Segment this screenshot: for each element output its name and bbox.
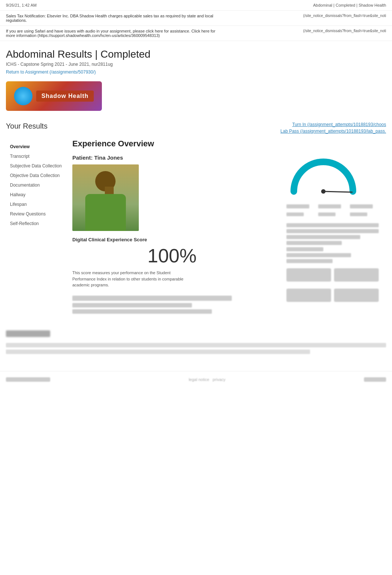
blurred-heading	[6, 330, 50, 337]
gauge-svg	[286, 154, 360, 199]
experience-title: Experience Overview	[72, 139, 379, 149]
action-links: Turn In (/assignment_attempts/10188193/c…	[281, 122, 386, 135]
sidebar-item-lifespan[interactable]: Lifespan	[6, 200, 65, 209]
notice-text-2: If you are using Safari and have issues …	[6, 29, 220, 38]
blurred-labels	[286, 204, 379, 218]
banner-area: Shadow Health	[0, 78, 392, 115]
sidebar-item-overview[interactable]: Overview	[6, 142, 65, 152]
your-results-section: Your Results Turn In (/assignment_attemp…	[0, 115, 392, 139]
patient-name: Patient: Tina Jones	[72, 154, 272, 161]
sidebar-item-objective-data-collection[interactable]: Objective Data Collection	[6, 171, 65, 180]
notice-bar-1: Sales Tax Notification: Elsevier Inc. DB…	[0, 11, 392, 26]
notice-link-1[interactable]: (/site_notice_dismissals?from_flash=true…	[303, 14, 386, 18]
sidebar: Overview Transcript Subjective Data Coll…	[6, 139, 65, 323]
footer-blurred-right	[364, 377, 386, 382]
datetime: 9/26/21, 1:42 AM	[6, 3, 37, 7]
notice-text-1: Sales Tax Notification: Elsevier Inc. DB…	[6, 14, 220, 23]
main-layout: Overview Transcript Subjective Data Coll…	[0, 139, 392, 323]
notice-link-2[interactable]: (/site_notice_dismissals?from_flash=true…	[303, 29, 386, 33]
gauge-chart	[286, 154, 379, 200]
patient-info: Patient: Tina Jones	[72, 154, 272, 316]
sidebar-item-hallway[interactable]: Hallway	[6, 190, 65, 200]
patient-section: Patient: Tina Jones	[72, 154, 379, 316]
blurred-lower-section	[72, 296, 272, 314]
sidebar-item-review-questions[interactable]: Review Questions	[6, 209, 65, 219]
footer-center-text: legal notice privacy	[189, 377, 226, 382]
blurred-description	[286, 223, 379, 263]
notice-bar-2: If you are using Safari and have issues …	[0, 26, 392, 41]
page-title-section: Abdominal Results | Completed ICHS - Cap…	[0, 41, 392, 78]
sidebar-item-self-reflection[interactable]: Self-Reflection	[6, 219, 65, 228]
score-title: Digital Clinical Experience Score	[72, 237, 272, 242]
turn-in-link[interactable]: Turn In (/assignment_attempts/10188193/c…	[281, 122, 386, 127]
sidebar-item-transcript[interactable]: Transcript	[6, 152, 65, 161]
banner-text: Shadow Health	[41, 93, 89, 99]
top-bar: 9/26/21, 1:42 AM Abdominal | Completed |…	[0, 0, 392, 11]
page-title: Abdominal Results | Completed	[6, 48, 386, 60]
score-value: 100%	[72, 245, 272, 267]
banner-logo	[14, 87, 32, 105]
sidebar-item-documentation[interactable]: Documentation	[6, 180, 65, 190]
patient-photo-inner	[72, 164, 139, 231]
page-subtitle: ICHS - Capstone Spring 2021 - June 2021,…	[6, 62, 386, 67]
banner-text-box: Shadow Health	[36, 91, 94, 102]
blurred-block-2	[286, 268, 379, 283]
sidebar-item-subjective-data-collection[interactable]: Subjective Data Collection	[6, 161, 65, 171]
patient-photo	[72, 164, 139, 231]
return-to-assignment-link[interactable]: Return to Assignment (/assignments/50793…	[6, 69, 96, 75]
page-header-title: Abdominal | Completed | Shadow Health	[313, 3, 386, 7]
score-section: Digital Clinical Experience Score 100% T…	[72, 237, 272, 288]
footer-bar: legal notice privacy	[0, 371, 392, 388]
lab-pass-link[interactable]: Lab Pass (/assignment_attempts/10188193/…	[281, 129, 386, 134]
footer-blurred-left	[6, 377, 50, 382]
right-panel	[283, 154, 379, 309]
blurred-block-3	[286, 289, 379, 304]
additional-blurred-section	[0, 323, 392, 364]
content-area: Experience Overview Patient: Tina Jones	[65, 139, 386, 323]
svg-point-1	[321, 189, 326, 194]
your-results-title: Your Results	[6, 122, 48, 130]
svg-line-0	[323, 191, 352, 192]
score-desc: This score measures your performance on …	[72, 270, 190, 288]
banner-image: Shadow Health	[6, 81, 102, 111]
